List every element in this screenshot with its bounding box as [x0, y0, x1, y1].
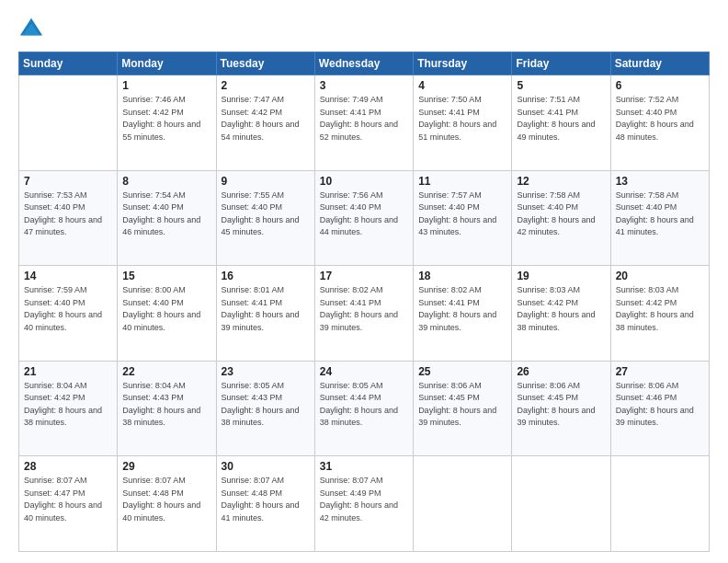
calendar-week-row: 28Sunrise: 8:07 AMSunset: 4:47 PMDayligh… [19, 456, 710, 552]
day-of-week-header: Friday [512, 52, 610, 75]
calendar-cell: 18Sunrise: 8:02 AMSunset: 4:41 PMDayligh… [414, 266, 512, 362]
day-info: Sunrise: 8:07 AMSunset: 4:49 PMDaylight:… [320, 475, 408, 524]
calendar-cell: 27Sunrise: 8:06 AMSunset: 4:46 PMDayligh… [610, 361, 709, 456]
day-info: Sunrise: 7:46 AMSunset: 4:42 PMDaylight:… [122, 94, 210, 144]
calendar-cell: 30Sunrise: 8:07 AMSunset: 4:48 PMDayligh… [216, 456, 314, 552]
day-info: Sunrise: 8:04 AMSunset: 4:42 PMDaylight:… [24, 380, 112, 430]
calendar-cell: 23Sunrise: 8:05 AMSunset: 4:43 PMDayligh… [216, 361, 314, 456]
calendar-week-row: 1Sunrise: 7:46 AMSunset: 4:42 PMDaylight… [19, 75, 710, 171]
day-info: Sunrise: 8:02 AMSunset: 4:41 PMDaylight:… [320, 284, 408, 334]
calendar-cell [19, 75, 118, 171]
day-of-week-header: Sunday [19, 52, 118, 75]
day-info: Sunrise: 8:03 AMSunset: 4:42 PMDaylight:… [517, 284, 605, 334]
day-info: Sunrise: 8:05 AMSunset: 4:43 PMDaylight:… [222, 380, 310, 430]
calendar-cell: 24Sunrise: 8:05 AMSunset: 4:44 PMDayligh… [314, 361, 413, 456]
day-number: 21 [24, 365, 112, 378]
calendar-body: 1Sunrise: 7:46 AMSunset: 4:42 PMDaylight… [19, 75, 710, 552]
day-info: Sunrise: 7:50 AMSunset: 4:41 PMDaylight:… [418, 94, 506, 144]
day-info: Sunrise: 7:57 AMSunset: 4:40 PMDaylight:… [418, 190, 506, 239]
calendar-cell: 22Sunrise: 8:04 AMSunset: 4:43 PMDayligh… [118, 361, 216, 456]
day-info: Sunrise: 8:06 AMSunset: 4:45 PMDaylight:… [418, 380, 506, 430]
day-info: Sunrise: 8:02 AMSunset: 4:41 PMDaylight:… [418, 284, 506, 334]
day-number: 25 [418, 365, 506, 378]
day-number: 15 [122, 270, 210, 282]
page: SundayMondayTuesdayWednesdayThursdayFrid… [0, 0, 728, 563]
day-of-week-header: Wednesday [314, 52, 413, 75]
day-number: 23 [222, 365, 310, 378]
day-number: 7 [24, 175, 112, 188]
calendar-cell: 19Sunrise: 8:03 AMSunset: 4:42 PMDayligh… [512, 266, 610, 362]
day-number: 8 [122, 175, 210, 188]
day-number: 12 [517, 175, 605, 188]
header [18, 17, 710, 42]
day-info: Sunrise: 8:06 AMSunset: 4:45 PMDaylight:… [517, 380, 605, 430]
calendar-cell: 21Sunrise: 8:04 AMSunset: 4:42 PMDayligh… [19, 361, 118, 456]
calendar-cell: 13Sunrise: 7:58 AMSunset: 4:40 PMDayligh… [610, 170, 709, 266]
calendar-cell [512, 456, 610, 552]
day-number: 19 [517, 270, 605, 282]
day-number: 14 [24, 270, 112, 282]
day-number: 30 [222, 460, 310, 473]
calendar-cell: 9Sunrise: 7:55 AMSunset: 4:40 PMDaylight… [216, 170, 314, 266]
day-number: 4 [418, 79, 506, 92]
day-of-week-header: Saturday [610, 52, 709, 75]
day-number: 28 [24, 460, 112, 473]
calendar-cell: 25Sunrise: 8:06 AMSunset: 4:45 PMDayligh… [414, 361, 512, 456]
calendar-cell: 16Sunrise: 8:01 AMSunset: 4:41 PMDayligh… [216, 266, 314, 362]
day-info: Sunrise: 7:49 AMSunset: 4:41 PMDaylight:… [320, 94, 408, 144]
calendar-cell: 15Sunrise: 8:00 AMSunset: 4:40 PMDayligh… [118, 266, 216, 362]
day-number: 13 [616, 175, 704, 188]
calendar-cell [610, 456, 709, 552]
day-number: 3 [320, 79, 408, 92]
day-number: 24 [320, 365, 408, 378]
day-number: 6 [616, 79, 704, 92]
day-info: Sunrise: 8:03 AMSunset: 4:42 PMDaylight:… [616, 284, 704, 334]
day-info: Sunrise: 7:53 AMSunset: 4:40 PMDaylight:… [24, 190, 112, 239]
day-of-week-header: Thursday [414, 52, 512, 75]
calendar-header-row: SundayMondayTuesdayWednesdayThursdayFrid… [19, 52, 710, 75]
day-number: 17 [320, 270, 408, 282]
calendar-cell: 26Sunrise: 8:06 AMSunset: 4:45 PMDayligh… [512, 361, 610, 456]
calendar-cell: 17Sunrise: 8:02 AMSunset: 4:41 PMDayligh… [314, 266, 413, 362]
calendar-cell: 3Sunrise: 7:49 AMSunset: 4:41 PMDaylight… [314, 75, 413, 171]
day-number: 9 [222, 175, 310, 188]
calendar-cell: 11Sunrise: 7:57 AMSunset: 4:40 PMDayligh… [414, 170, 512, 266]
calendar-cell: 31Sunrise: 8:07 AMSunset: 4:49 PMDayligh… [314, 456, 413, 552]
calendar-cell: 6Sunrise: 7:52 AMSunset: 4:40 PMDaylight… [610, 75, 709, 171]
day-number: 20 [616, 270, 704, 282]
day-info: Sunrise: 7:58 AMSunset: 4:40 PMDaylight:… [517, 190, 605, 239]
logo-icon [18, 17, 44, 42]
day-info: Sunrise: 8:04 AMSunset: 4:43 PMDaylight:… [122, 380, 210, 430]
day-number: 11 [418, 175, 506, 188]
calendar-cell: 12Sunrise: 7:58 AMSunset: 4:40 PMDayligh… [512, 170, 610, 266]
calendar-cell: 4Sunrise: 7:50 AMSunset: 4:41 PMDaylight… [414, 75, 512, 171]
logo [18, 17, 48, 42]
day-number: 27 [616, 365, 704, 378]
day-info: Sunrise: 8:05 AMSunset: 4:44 PMDaylight:… [320, 380, 408, 430]
day-of-week-header: Monday [118, 52, 216, 75]
day-info: Sunrise: 8:07 AMSunset: 4:48 PMDaylight:… [222, 475, 310, 524]
day-number: 2 [222, 79, 310, 92]
calendar-week-row: 7Sunrise: 7:53 AMSunset: 4:40 PMDaylight… [19, 170, 710, 266]
calendar-cell: 29Sunrise: 8:07 AMSunset: 4:48 PMDayligh… [118, 456, 216, 552]
calendar-table: SundayMondayTuesdayWednesdayThursdayFrid… [18, 52, 710, 552]
day-info: Sunrise: 7:52 AMSunset: 4:40 PMDaylight:… [616, 94, 704, 144]
day-info: Sunrise: 7:51 AMSunset: 4:41 PMDaylight:… [517, 94, 605, 144]
calendar-cell: 8Sunrise: 7:54 AMSunset: 4:40 PMDaylight… [118, 170, 216, 266]
calendar-cell: 1Sunrise: 7:46 AMSunset: 4:42 PMDaylight… [118, 75, 216, 171]
day-number: 26 [517, 365, 605, 378]
day-info: Sunrise: 8:07 AMSunset: 4:47 PMDaylight:… [24, 475, 112, 524]
day-info: Sunrise: 8:00 AMSunset: 4:40 PMDaylight:… [122, 284, 210, 334]
day-of-week-header: Tuesday [216, 52, 314, 75]
calendar-cell: 14Sunrise: 7:59 AMSunset: 4:40 PMDayligh… [19, 266, 118, 362]
day-number: 16 [222, 270, 310, 282]
calendar-week-row: 14Sunrise: 7:59 AMSunset: 4:40 PMDayligh… [19, 266, 710, 362]
calendar-cell: 2Sunrise: 7:47 AMSunset: 4:42 PMDaylight… [216, 75, 314, 171]
day-info: Sunrise: 7:55 AMSunset: 4:40 PMDaylight:… [222, 190, 310, 239]
calendar-week-row: 21Sunrise: 8:04 AMSunset: 4:42 PMDayligh… [19, 361, 710, 456]
calendar-cell: 5Sunrise: 7:51 AMSunset: 4:41 PMDaylight… [512, 75, 610, 171]
day-number: 5 [517, 79, 605, 92]
calendar-cell: 7Sunrise: 7:53 AMSunset: 4:40 PMDaylight… [19, 170, 118, 266]
day-info: Sunrise: 8:07 AMSunset: 4:48 PMDaylight:… [122, 475, 210, 524]
day-info: Sunrise: 7:59 AMSunset: 4:40 PMDaylight:… [24, 284, 112, 334]
